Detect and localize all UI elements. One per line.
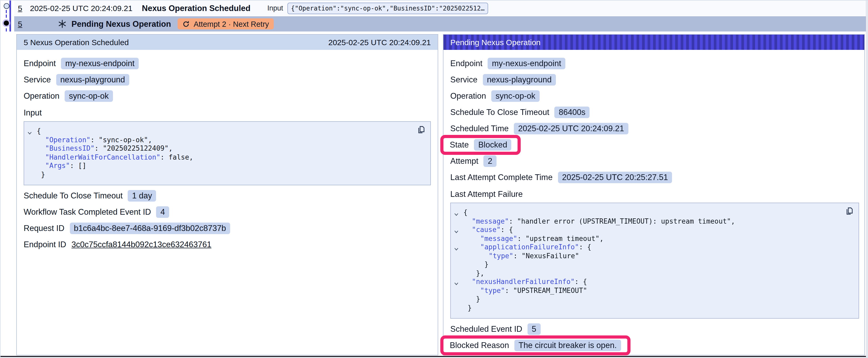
json-line: "cause": {	[451, 226, 853, 234]
collapse-chevron[interactable]	[454, 210, 459, 215]
event-row-nexus-operation-scheduled[interactable]: 5 2025-02-25 UTC 20:24:09.21 Nexus Opera…	[14, 1, 866, 16]
field-label: Schedule To Close Timeout	[450, 108, 549, 117]
timeline-active-bar	[9, 1, 11, 32]
field-value-badge: 1 day	[128, 190, 156, 202]
collapse-chevron[interactable]	[454, 245, 459, 250]
field-value-badge: 2025-02-25 UTC 20:24:09.21	[514, 123, 628, 134]
collapse-chevron-icon	[454, 229, 459, 234]
pending-nexus-operation-row[interactable]: 5 Pending Nexus Operation Attempt 2 · Ne…	[14, 16, 866, 32]
event-details-card-header: 5 Nexus Operation Scheduled 2025-02-25 U…	[17, 35, 438, 50]
json-key: "HandlerWaitForCancellation"	[45, 153, 160, 161]
field-label: Blocked Reason	[450, 341, 509, 350]
json-text: : "handler error (UPSTREAM_TIMEOUT): ups…	[509, 217, 735, 225]
json-line: "message": "handler error (UPSTREAM_TIME…	[451, 217, 853, 226]
json-text: : []	[70, 162, 87, 169]
scrollbar-track[interactable]	[866, 0, 868, 358]
json-line: "Args": []	[24, 162, 425, 170]
collapse-chevron[interactable]	[27, 129, 32, 134]
timeline-pending-dot-icon	[4, 20, 9, 26]
field-label: Attempt	[450, 156, 478, 166]
json-text: : "sync-op-ok",	[90, 136, 152, 143]
json-key: "type"	[480, 286, 505, 294]
json-line: "Operation": "sync-op-ok",	[24, 136, 425, 144]
field-label: Scheduled Event ID	[450, 324, 522, 334]
field-value-badge: 2	[484, 155, 497, 167]
json-text: : "UPSTREAM_TIMEOUT"	[505, 286, 587, 294]
detail-field-row: Operationsync-op-ok	[24, 90, 431, 102]
event-details-card-timestamp: 2025-02-25 UTC 20:24:09.21	[329, 38, 431, 47]
json-key: "Operation"	[45, 136, 90, 143]
json-text: : "20250225122409",	[95, 144, 173, 152]
detail-field-row: Scheduled Time2025-02-25 UTC 20:24:09.21	[450, 123, 859, 134]
event-detail-cards: 5 Nexus Operation Scheduled 2025-02-25 U…	[16, 34, 865, 355]
field-value-badge: 5	[528, 323, 540, 335]
json-line: "applicationFailureInfo": {	[451, 243, 853, 252]
field-value-badge: sync-op-ok	[491, 90, 539, 102]
field-value-badge: 2025-02-25 UTC 20:25:27.51	[558, 172, 672, 183]
field-value-badge: nexus-playground	[56, 74, 129, 86]
json-line: "message": "upstream timeout",	[451, 234, 853, 243]
field-label: Workflow Task Completed Event ID	[24, 207, 151, 217]
detail-field-row: Schedule To Close Timeout1 day	[24, 190, 431, 202]
event-id-link[interactable]: 5	[18, 4, 30, 12]
collapse-chevron[interactable]	[454, 280, 459, 285]
detail-field-row: Endpointmy-nexus-endpoint	[24, 58, 431, 69]
field-value-badge: The circuit breaker is open.	[515, 339, 621, 351]
json-line: "type": "NexusFailure"	[451, 252, 853, 260]
pending-id-link[interactable]: 5	[18, 20, 30, 28]
field-value-badge: 86400s	[555, 106, 590, 118]
bottom-dark-divider	[0, 356, 868, 357]
json-field-label: Input	[24, 108, 431, 118]
json-line: "nexusHandlerFailureInfo": {	[451, 278, 853, 286]
detail-field-row: Blocked ReasonThe circuit breaker is ope…	[450, 339, 859, 351]
event-input-label: Input	[267, 4, 283, 12]
event-title: Nexus Operation Scheduled	[142, 3, 250, 13]
json-key: "applicationFailureInfo"	[480, 243, 579, 251]
json-line: }	[24, 170, 425, 179]
retry-status-badge: Attempt 2 · Next Retry	[178, 19, 274, 29]
copy-icon	[417, 126, 426, 134]
event-details-card-title: 5 Nexus Operation Scheduled	[24, 38, 129, 47]
collapse-chevron[interactable]	[454, 228, 459, 232]
copy-button[interactable]	[845, 207, 854, 215]
field-label: State	[450, 140, 469, 150]
detail-field-row: Endpoint ID3c0c75ccfa8144b092c13ce632463…	[24, 239, 431, 250]
json-key: "BusinessID"	[45, 144, 95, 152]
event-input-preview-chip: {"Operation":"sync-op-ok","BusinessID":"…	[287, 2, 488, 14]
copy-button[interactable]	[417, 126, 426, 134]
event-details-card: 5 Nexus Operation Scheduled 2025-02-25 U…	[16, 34, 438, 355]
json-key: "cause"	[472, 226, 501, 234]
json-line: }	[451, 260, 853, 269]
annotation-highlight-box: StateBlocked	[440, 135, 521, 155]
json-text: {	[37, 127, 41, 135]
field-label: Operation	[450, 91, 486, 101]
detail-field-row: StateBlocked	[450, 139, 859, 151]
json-line: }	[451, 295, 853, 304]
detail-field-row: Request IDb1c6a4bc-8ee7-468a-9169-df3b02…	[24, 223, 431, 234]
json-field-label: Last Attempt Failure	[450, 190, 859, 199]
json-key: "nexusHandlerFailureInfo"	[472, 278, 575, 286]
pending-operation-card-header: Pending Nexus Operation	[443, 35, 864, 50]
json-text: : {	[501, 226, 513, 234]
field-label: Request ID	[24, 224, 64, 233]
field-label: Service	[450, 75, 477, 85]
field-value-link[interactable]: 3c0c75ccfa8144b092c13ce632463761	[71, 240, 212, 249]
detail-field-row: Endpointmy-nexus-endpoint	[450, 58, 859, 69]
json-key: "type"	[489, 252, 513, 260]
field-label: Endpoint ID	[24, 240, 66, 249]
json-code-block: {"Operation": "sync-op-ok","BusinessID":…	[24, 121, 431, 185]
event-timestamp: 2025-02-25 UTC 20:24:09.21	[30, 4, 142, 12]
json-text: : "NexusFailure"	[513, 252, 579, 260]
json-text: }	[485, 260, 489, 268]
annotation-highlight-box: Blocked ReasonThe circuit breaker is ope…	[440, 335, 630, 355]
json-key: "Args"	[45, 162, 70, 169]
field-label: Scheduled Time	[450, 124, 508, 133]
field-label: Endpoint	[450, 59, 482, 68]
detail-field-row: Scheduled Event ID5	[450, 323, 859, 335]
json-line: "BusinessID": "20250225122409",	[24, 144, 425, 153]
json-line: "type": "UPSTREAM_TIMEOUT"	[451, 286, 853, 295]
event-details-card-body: Endpointmy-nexus-endpointServicenexus-pl…	[17, 50, 438, 355]
json-line: },	[451, 269, 853, 278]
detail-field-row: Schedule To Close Timeout86400s	[450, 106, 859, 118]
json-text: }	[41, 170, 45, 178]
